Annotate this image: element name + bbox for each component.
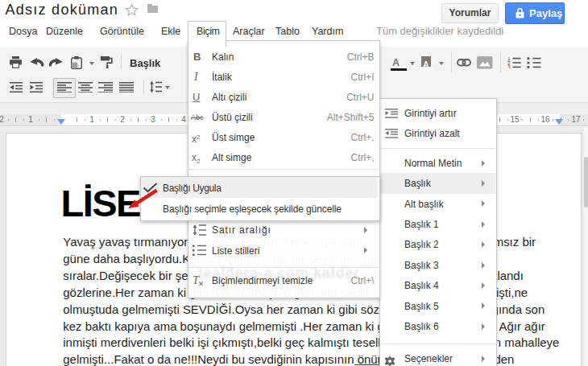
svg-text:3: 3 bbox=[507, 64, 511, 68]
